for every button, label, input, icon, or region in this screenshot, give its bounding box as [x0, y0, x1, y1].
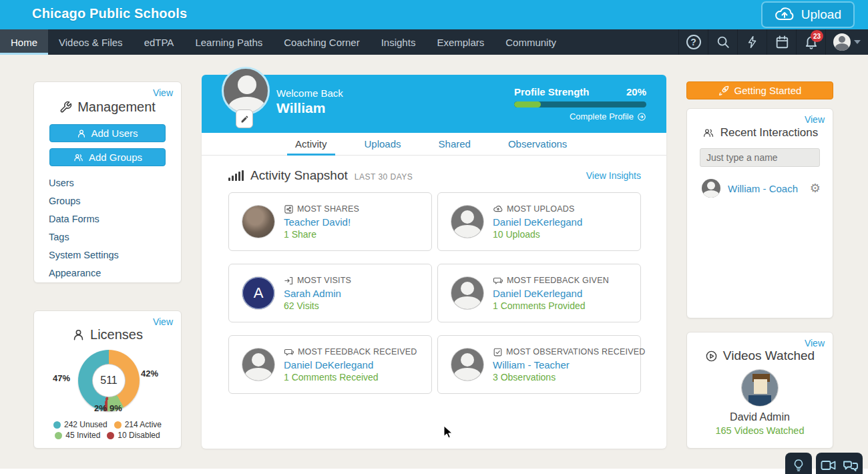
profile-menu-button[interactable]	[825, 29, 868, 55]
videos-watched-stat: 165 Videos Watched	[687, 425, 833, 436]
nav-item-insights[interactable]: Insights	[371, 29, 427, 55]
calendar-button[interactable]	[767, 29, 796, 55]
user-link[interactable]: Teacher David!	[284, 216, 359, 228]
legend-dot-invited	[55, 432, 62, 439]
pencil-icon	[240, 115, 249, 124]
mouse-cursor	[443, 425, 453, 439]
avatar[interactable]	[242, 206, 274, 238]
videos-watched-card: View Videos Watched David Admin 165 Vide…	[686, 332, 833, 449]
stat-value: 1 Share	[284, 229, 359, 240]
management-link-data-forms[interactable]: Data Forms	[49, 210, 181, 228]
management-link-groups[interactable]: Groups	[49, 192, 181, 210]
management-link-appearance[interactable]: Appearance	[49, 264, 181, 282]
edit-avatar-button[interactable]	[236, 109, 253, 128]
stat-value: 1 Comments Received	[284, 372, 417, 383]
legend-dot-active	[114, 421, 122, 429]
avatar[interactable]: A	[242, 277, 274, 309]
user-avatar-icon	[833, 33, 851, 51]
avatar[interactable]	[451, 277, 483, 309]
user-link[interactable]: Sarah Admin	[284, 288, 351, 299]
nav-item-coaching-corner[interactable]: Coaching Corner	[273, 29, 370, 55]
upload-label: Upload	[801, 7, 841, 22]
pct-label-invited: 9%	[110, 403, 122, 413]
lightbulb-icon	[792, 457, 805, 473]
avatar[interactable]	[451, 348, 483, 381]
most-observations-received-card: MOST OBSERVATIONS RECEIVED William - Tea…	[437, 335, 641, 394]
lightning-icon	[746, 35, 759, 49]
videos-watched-title: Videos Watched	[687, 348, 833, 363]
help-icon: ?	[686, 35, 701, 49]
stat-value: 62 Visits	[284, 300, 351, 311]
complete-profile-link[interactable]: Complete Profile	[514, 111, 646, 122]
search-button[interactable]	[708, 29, 737, 55]
arrow-right-circle-icon	[637, 112, 646, 122]
videos-watched-view-link[interactable]: View	[805, 338, 825, 348]
org-title: Chicago Public Schools	[32, 6, 187, 21]
person-icon	[72, 328, 85, 341]
comments-icon	[284, 347, 294, 357]
legend-item-unused: 242 Unused	[53, 420, 107, 429]
getting-started-button[interactable]: Getting Started	[686, 81, 833, 99]
user-link[interactable]: William - Teacher	[493, 359, 631, 371]
management-view-link[interactable]: View	[153, 87, 173, 98]
recent-interactions-card: View Recent Interactions William - Coach…	[686, 108, 833, 318]
app-root: Chicago Public Schools Upload Home Video…	[0, 0, 868, 474]
bottom-strip	[0, 469, 868, 474]
interaction-user-link[interactable]: William - Coach	[728, 183, 798, 194]
management-link-tags[interactable]: Tags	[49, 228, 181, 246]
legend-dot-disabled	[107, 432, 114, 439]
avatar[interactable]	[742, 370, 778, 406]
management-title: Management	[34, 99, 181, 115]
user-link[interactable]: Daniel DeKerlegand	[493, 216, 582, 228]
management-link-users[interactable]: Users	[49, 174, 181, 192]
licenses-donut-chart[interactable]: 511	[78, 350, 140, 411]
tips-button[interactable]	[785, 453, 812, 474]
management-card: View Management Add Users Add Groups Use…	[33, 81, 182, 283]
view-insights-link[interactable]: View Insights	[586, 170, 641, 181]
chat-bubbles-icon	[843, 459, 859, 472]
profile-strength-label: Profile Strength	[514, 86, 590, 97]
quick-actions-button[interactable]	[737, 29, 767, 55]
notifications-button[interactable]: 23	[796, 29, 825, 55]
avatar[interactable]	[451, 206, 483, 238]
most-feedback-received-card: MOST FEEDBACK RECEIVED Daniel DeKerlegan…	[228, 335, 432, 394]
comment-icon	[493, 276, 503, 286]
tab-shared[interactable]: Shared	[431, 133, 479, 155]
add-users-button[interactable]: Add Users	[49, 124, 166, 142]
nav-item-home[interactable]: Home	[0, 29, 48, 55]
nav-item-learning-paths[interactable]: Learning Paths	[184, 29, 273, 55]
snapshot-grid: MOST SHARES Teacher David! 1 Share	[228, 192, 641, 394]
activity-snapshot-section: Activity Snapshot LAST 30 DAYS View Insi…	[202, 156, 666, 394]
nav-item-exemplars[interactable]: Exemplars	[426, 29, 495, 55]
dashboard-panel: Activity Uploads Shared Observations Act…	[202, 133, 666, 449]
top-header: Chicago Public Schools Upload	[0, 0, 868, 29]
nav-item-community[interactable]: Community	[495, 29, 567, 55]
add-groups-button[interactable]: Add Groups	[49, 148, 166, 166]
upload-button[interactable]: Upload	[761, 1, 855, 28]
nav-item-videos-files[interactable]: Videos & Files	[48, 29, 134, 55]
notification-badge: 23	[811, 30, 823, 42]
most-feedback-given-card: MOST FEEDBACK GIVEN Daniel DeKerlegand 1…	[437, 264, 641, 322]
pct-label-unused: 47%	[53, 373, 70, 383]
snapshot-title: Activity Snapshot	[250, 168, 348, 183]
profile-avatar[interactable]	[222, 67, 270, 115]
tab-activity[interactable]: Activity	[287, 133, 335, 155]
share-icon	[284, 204, 294, 214]
help-button[interactable]: ?	[678, 29, 708, 55]
user-link[interactable]: Daniel DeKerlegand	[284, 359, 417, 371]
recent-interactions-view-link[interactable]: View	[805, 114, 825, 125]
media-chat-button[interactable]	[816, 453, 863, 474]
management-link-system-settings[interactable]: System Settings	[49, 246, 181, 264]
user-first-name: William	[276, 100, 343, 116]
licenses-view-link[interactable]: View	[153, 316, 173, 327]
cloud-upload-icon	[493, 204, 503, 214]
avatar[interactable]	[242, 348, 274, 381]
user-link[interactable]: Daniel DeKerlegand	[493, 288, 609, 299]
gear-icon[interactable]: ⚙	[810, 182, 821, 194]
name-search-input[interactable]	[700, 148, 820, 167]
tab-observations[interactable]: Observations	[500, 133, 575, 155]
management-links: Users Groups Data Forms Tags System Sett…	[34, 166, 181, 282]
nav-item-edtpa[interactable]: edTPA	[134, 29, 185, 55]
tab-uploads[interactable]: Uploads	[357, 133, 409, 155]
interaction-list-item: William - Coach ⚙	[702, 179, 821, 198]
